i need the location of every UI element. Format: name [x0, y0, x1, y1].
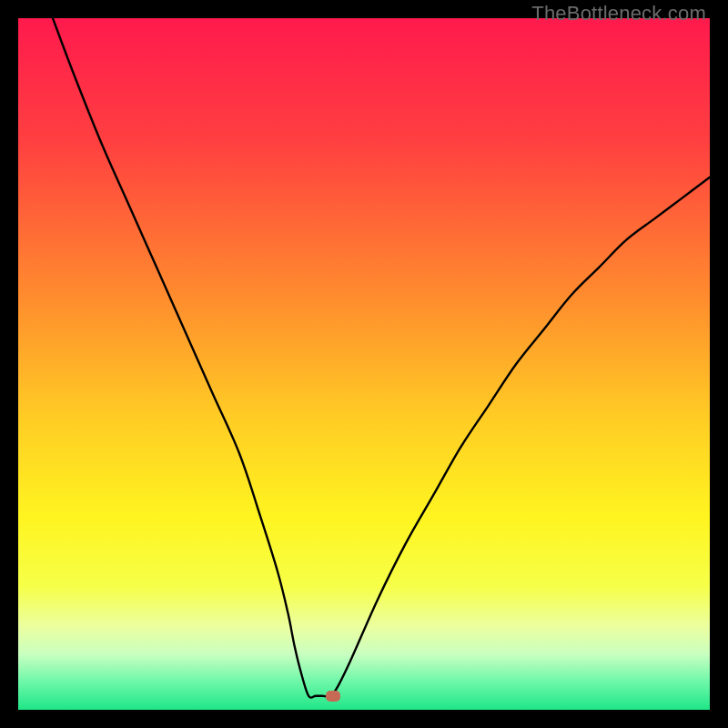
optimal-point-marker [326, 691, 340, 702]
bottleneck-curve [18, 18, 710, 710]
plot-area [18, 18, 710, 710]
watermark-label: TheBottleneck.com [531, 2, 706, 25]
